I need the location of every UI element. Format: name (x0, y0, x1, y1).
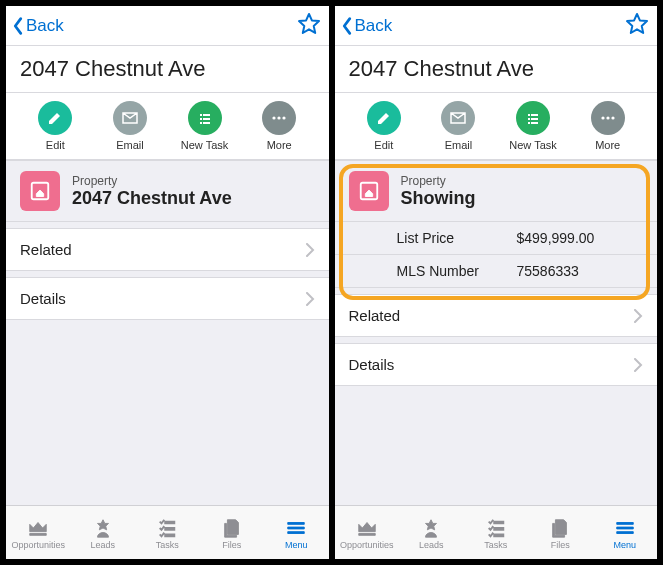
record-eyebrow: Property (401, 174, 476, 188)
related-row[interactable]: Related (6, 228, 329, 271)
details-row[interactable]: Details (6, 277, 329, 320)
pencil-icon (47, 110, 63, 126)
field-list-price: List Price $499,999.00 (335, 221, 658, 254)
ellipsis-icon (600, 110, 616, 126)
details-label: Details (20, 290, 66, 307)
field-label: List Price (397, 230, 487, 246)
email-label: Email (116, 139, 144, 151)
person-star-icon (420, 517, 442, 539)
tab-bar: Opportunities Leads Tasks Files Menu (6, 505, 329, 559)
svg-point-2 (283, 116, 286, 119)
tab-files[interactable]: Files (530, 517, 590, 550)
details-row[interactable]: Details (335, 343, 658, 386)
back-button[interactable]: Back (339, 15, 393, 37)
envelope-icon (122, 110, 138, 126)
svg-point-4 (601, 116, 604, 119)
menu-icon (285, 517, 307, 539)
back-button[interactable]: Back (10, 15, 64, 37)
empty-area (6, 320, 329, 505)
tab-menu[interactable]: Menu (595, 517, 655, 550)
screen-after: Back 2047 Chestnut Ave Edit Email New Ta… (335, 6, 658, 559)
record-eyebrow: Property (72, 174, 232, 188)
email-action[interactable]: Email (100, 101, 160, 151)
property-icon (20, 171, 60, 211)
chevron-right-icon (633, 309, 643, 323)
newtask-action[interactable]: New Task (175, 101, 235, 151)
top-bar: Back (335, 6, 658, 46)
back-label: Back (355, 16, 393, 36)
svg-point-0 (273, 116, 276, 119)
chevron-left-icon (339, 15, 355, 37)
email-action[interactable]: Email (428, 101, 488, 151)
star-icon (297, 12, 321, 36)
record-name: Showing (401, 188, 476, 209)
files-icon (221, 517, 243, 539)
action-bar: Edit Email New Task More (335, 93, 658, 160)
checklist-icon (525, 110, 541, 126)
field-mls-number: MLS Number 75586333 (335, 254, 658, 287)
favorite-button[interactable] (625, 12, 649, 40)
page-title: 2047 Chestnut Ave (6, 46, 329, 93)
chevron-left-icon (10, 15, 26, 37)
more-action[interactable]: More (578, 101, 638, 151)
details-label: Details (349, 356, 395, 373)
related-label: Related (20, 241, 72, 258)
record-summary: Property 2047 Chestnut Ave (6, 160, 329, 222)
record-summary: Property Showing List Price $499,999.00 … (335, 160, 658, 288)
crown-icon (356, 517, 378, 539)
tab-leads[interactable]: Leads (73, 517, 133, 550)
tab-files[interactable]: Files (202, 517, 262, 550)
record-name: 2047 Chestnut Ave (72, 188, 232, 209)
related-label: Related (349, 307, 401, 324)
favorite-button[interactable] (297, 12, 321, 40)
star-icon (625, 12, 649, 36)
more-action[interactable]: More (249, 101, 309, 151)
newtask-action[interactable]: New Task (503, 101, 563, 151)
newtask-label: New Task (181, 139, 228, 151)
pencil-icon (376, 110, 392, 126)
newtask-label: New Task (509, 139, 556, 151)
tab-opportunities[interactable]: Opportunities (337, 517, 397, 550)
chevron-right-icon (305, 292, 315, 306)
back-label: Back (26, 16, 64, 36)
action-bar: Edit Email New Task More (6, 93, 329, 160)
email-label: Email (445, 139, 473, 151)
files-icon (549, 517, 571, 539)
field-value: $499,999.00 (517, 230, 595, 246)
crown-icon (27, 517, 49, 539)
svg-point-6 (611, 116, 614, 119)
envelope-icon (450, 110, 466, 126)
edit-action[interactable]: Edit (25, 101, 85, 151)
more-label: More (595, 139, 620, 151)
screen-before: Back 2047 Chestnut Ave Edit Email New Ta… (6, 6, 329, 559)
top-bar: Back (6, 6, 329, 46)
tab-bar: Opportunities Leads Tasks Files Menu (335, 505, 658, 559)
ellipsis-icon (271, 110, 287, 126)
property-icon (349, 171, 389, 211)
svg-point-1 (278, 116, 281, 119)
tab-menu[interactable]: Menu (266, 517, 326, 550)
edit-label: Edit (46, 139, 65, 151)
menu-icon (614, 517, 636, 539)
checklist-icon (156, 517, 178, 539)
empty-area (335, 386, 658, 505)
chevron-right-icon (305, 243, 315, 257)
field-label: MLS Number (397, 263, 487, 279)
more-label: More (267, 139, 292, 151)
checklist-icon (485, 517, 507, 539)
field-value: 75586333 (517, 263, 579, 279)
chevron-right-icon (633, 358, 643, 372)
tab-tasks[interactable]: Tasks (137, 517, 197, 550)
checklist-icon (197, 110, 213, 126)
related-row[interactable]: Related (335, 294, 658, 337)
tab-opportunities[interactable]: Opportunities (8, 517, 68, 550)
page-title: 2047 Chestnut Ave (335, 46, 658, 93)
tab-tasks[interactable]: Tasks (466, 517, 526, 550)
tab-leads[interactable]: Leads (401, 517, 461, 550)
person-star-icon (92, 517, 114, 539)
edit-action[interactable]: Edit (354, 101, 414, 151)
svg-point-5 (606, 116, 609, 119)
edit-label: Edit (374, 139, 393, 151)
